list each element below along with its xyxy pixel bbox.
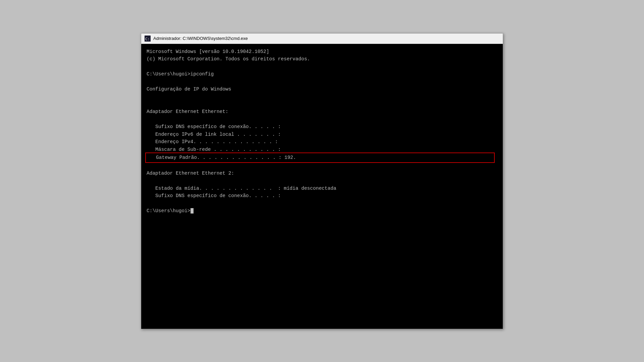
cmd-window: C: Administrador: C:\WINDOWS\system32\cm… (141, 33, 503, 329)
terminal-line-line11: Sufixo DNS específico de conexão. . . . … (147, 123, 497, 130)
terminal-line-line16 (147, 162, 497, 170)
terminal-line-line12: Endereço IPv6 de link local . . . . . . … (147, 131, 497, 138)
terminal-line-line20: Sufixo DNS específico de conexão. . . . … (147, 192, 497, 199)
terminal-line-line19: Estado da mídia. . . . . . . . . . . . .… (147, 185, 497, 192)
cursor (191, 208, 194, 214)
terminal-line-line21 (147, 200, 497, 207)
terminal-line-line17: Adaptador Ethernet Ethernet 2: (147, 170, 497, 177)
terminal-line-line5 (147, 78, 497, 85)
terminal-line-line4: C:\Users\hugoi>ipconfig (147, 70, 497, 78)
title-bar: C: Administrador: C:\WINDOWS\system32\cm… (141, 34, 503, 44)
terminal-line-line14: Máscara de Sub-rede . . . . . . . . . . … (147, 146, 497, 153)
terminal-line-line2: (c) Microsoft Corporation. Todos os dire… (147, 55, 497, 63)
terminal-line-line10 (147, 116, 497, 123)
window-title: Administrador: C:\WINDOWS\system32\cmd.e… (153, 36, 248, 41)
terminal-line-line22: C:\Users\hugoi> (147, 207, 497, 215)
terminal-line-line13: Endereço IPv4. . . . . . . . . . . . . .… (147, 138, 497, 145)
cmd-icon: C: (145, 36, 151, 42)
terminal-line-line9: Adaptador Ethernet Ethernet: (147, 108, 497, 115)
terminal-line-line18 (147, 177, 497, 184)
terminal-line-line15: Gateway Padrão. . . . . . . . . . . . . … (147, 153, 497, 162)
terminal-line-line6: Configuração de IP do Windows (147, 85, 497, 93)
terminal-line-line3 (147, 63, 497, 70)
terminal-body[interactable]: Microsoft Windows [versão 10.0.19042.105… (141, 44, 503, 329)
svg-text:C:: C: (145, 37, 150, 41)
terminal-line-line8 (147, 101, 497, 108)
terminal-line-line7 (147, 93, 497, 100)
terminal-line-line1: Microsoft Windows [versão 10.0.19042.105… (147, 48, 497, 55)
